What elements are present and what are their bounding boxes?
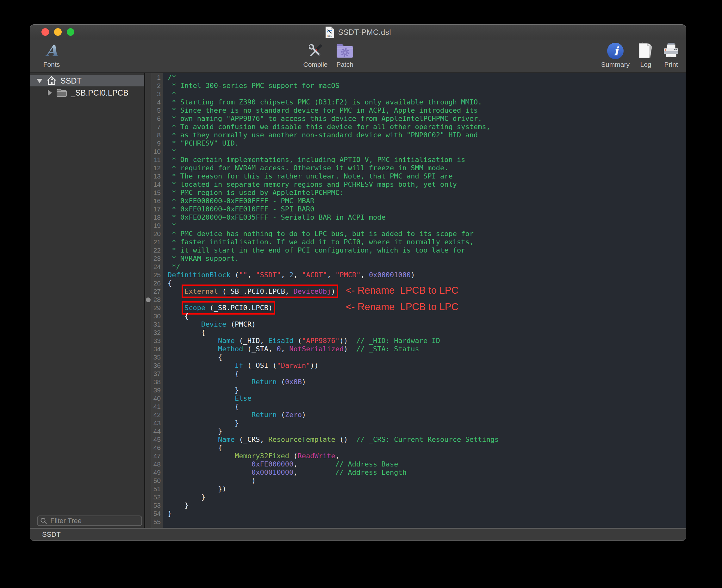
patch-icon	[336, 43, 354, 59]
sidebar-item-sb-pci0-lpcb[interactable]: _SB.PCI0.LPCB	[30, 87, 144, 99]
line-number: 52	[151, 493, 163, 501]
line-number: 39	[151, 386, 163, 394]
annotation-box: Scope (_SB.PCI0.LPCB)	[185, 304, 272, 312]
line-number: 31	[151, 320, 163, 329]
code-line: {	[168, 312, 686, 320]
summary-button[interactable]: i Summary	[596, 42, 634, 68]
line-number: 42	[151, 411, 163, 419]
line-number: 13	[151, 172, 163, 181]
print-label: Print	[658, 61, 684, 68]
code-line: * PMC device has nothing to do to LPC bu…	[168, 230, 686, 238]
code-line: * Since there is no standard device for …	[168, 106, 686, 114]
minimize-button[interactable]	[54, 28, 62, 36]
summary-info-icon: i	[607, 42, 624, 60]
log-icon	[637, 42, 655, 60]
line-number: 38	[151, 378, 163, 386]
code-editor[interactable]: /* * Intel 300-series PMC support for ma…	[163, 73, 686, 528]
search-icon	[40, 518, 47, 524]
line-number: 3	[151, 90, 163, 98]
document-icon: DSL	[325, 26, 335, 38]
line-number: 5	[151, 106, 163, 114]
code-line: Memory32Fixed (ReadWrite,	[168, 452, 686, 460]
close-button[interactable]	[41, 28, 49, 36]
line-number: 29	[151, 304, 163, 312]
sidebar-tree: SSDT _SB.PCI0.LPCB	[30, 73, 144, 528]
patch-button[interactable]: Patch	[331, 42, 359, 68]
line-number: 2	[151, 82, 163, 90]
code-line: * it will start in the end of PCI config…	[168, 246, 686, 254]
line-number: 10	[151, 147, 163, 156]
code-line: }	[168, 509, 686, 518]
desktop: { "window": { "title": "SSDT-PMC.dsl" },…	[0, 0, 722, 588]
code-line: * To avoid confusion we disable this dev…	[168, 123, 686, 131]
fonts-button[interactable]: A Fonts	[39, 42, 64, 68]
code-line: 0xFE000000, // Address Base	[168, 460, 686, 468]
code-line: *	[168, 90, 686, 98]
folder-icon	[56, 89, 67, 97]
code-line: /*	[168, 74, 686, 82]
code-line: */	[168, 263, 686, 271]
code-line: }	[168, 386, 686, 394]
toolbar: A Fonts Co	[30, 40, 686, 73]
code-line: {	[168, 329, 686, 337]
zoom-button[interactable]	[67, 28, 75, 36]
line-number: 18	[151, 213, 163, 222]
code-line: * as they normally use another non-stand…	[168, 131, 686, 139]
code-line: Scope (_SB.PCI0.LPCB)<- Rename LPCB to L…	[168, 304, 686, 312]
marker-gutter	[145, 73, 151, 528]
code-line: }	[168, 427, 686, 436]
modified-line-marker	[146, 297, 151, 302]
status-bar: SSDT	[30, 528, 686, 541]
line-number: 32	[151, 329, 163, 337]
summary-label: Summary	[596, 61, 634, 68]
line-number: 15	[151, 189, 163, 197]
code-line: )	[168, 477, 686, 485]
line-number: 16	[151, 197, 163, 205]
line-number: 23	[151, 254, 163, 263]
code-line: * PMC region is used by AppleIntelPCHPMC…	[168, 189, 686, 197]
line-number: 26	[151, 279, 163, 287]
disclosure-expanded-icon[interactable]	[36, 79, 43, 83]
log-label: Log	[635, 61, 657, 68]
main-area: SSDT _SB.PCI0.LPCB 12345	[30, 73, 686, 528]
filter-tree-input[interactable]	[37, 516, 142, 526]
line-number: 44	[151, 427, 163, 436]
code-line: }	[168, 493, 686, 501]
status-text: SSDT	[42, 530, 61, 539]
code-line: * required for NVRAM access. Otherwise i…	[168, 164, 686, 172]
line-number: 37	[151, 370, 163, 378]
patch-label: Patch	[331, 61, 359, 68]
window-title: SSDT-PMC.dsl	[338, 28, 391, 37]
log-button[interactable]: Log	[635, 42, 657, 68]
code-line: * 0xFE020000~0xFE035FFF - SerialIo BAR i…	[168, 213, 686, 222]
line-number: 46	[151, 444, 163, 452]
print-button[interactable]: Print	[658, 42, 684, 68]
line-number: 9	[151, 139, 163, 147]
code-line: {	[168, 444, 686, 452]
line-number: 48	[151, 460, 163, 468]
compile-button[interactable]: Compile	[298, 42, 333, 68]
line-number: 25	[151, 271, 163, 279]
line-number: 30	[151, 312, 163, 320]
line-number: 8	[151, 131, 163, 139]
line-number: 12	[151, 164, 163, 172]
code-line: Device (PMCR)	[168, 320, 686, 329]
line-number: 24	[151, 263, 163, 271]
line-number: 43	[151, 419, 163, 427]
sidebar-item-label: SSDT	[60, 76, 82, 85]
code-line: }	[168, 419, 686, 427]
svg-text:DSL: DSL	[327, 35, 332, 37]
line-number: 35	[151, 353, 163, 361]
code-line: * faster initialisation. If we add it to…	[168, 238, 686, 246]
sidebar-item-ssdt[interactable]: SSDT	[30, 75, 144, 86]
disclosure-collapsed-icon[interactable]	[48, 89, 52, 96]
code-line: Method (_STA, 0, NotSerialized) // _STA:…	[168, 345, 686, 353]
code-line: Name (_HID, EisaId ("APP9876")) // _HID:…	[168, 337, 686, 345]
line-number: 14	[151, 181, 163, 189]
line-number: 51	[151, 485, 163, 493]
title-bar[interactable]: DSL SSDT-PMC.dsl	[30, 25, 686, 40]
line-number: 53	[151, 501, 163, 509]
code-line: * Intel 300-series PMC support for macOS	[168, 82, 686, 90]
code-line	[168, 518, 686, 526]
code-line: * NVRAM support.	[168, 254, 686, 263]
